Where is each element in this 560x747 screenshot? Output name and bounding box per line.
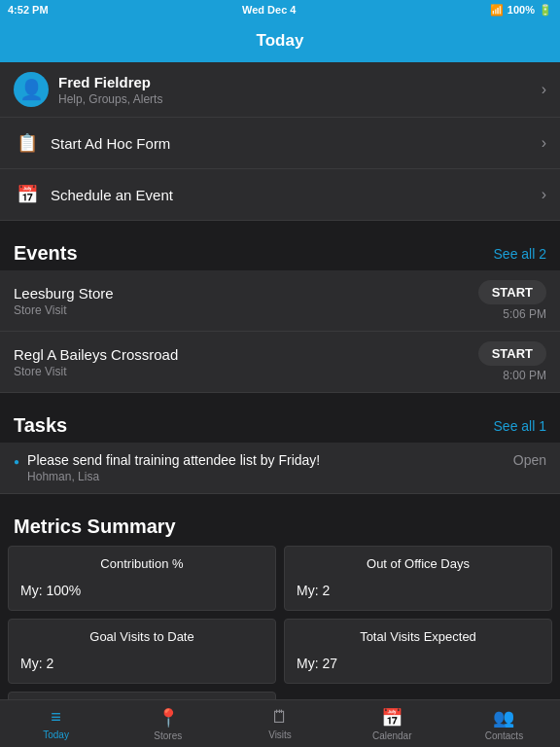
event-time-1: 8:00 PM <box>503 369 546 382</box>
metric-card-0: Contribution % My: 100% <box>8 546 276 611</box>
tasks-see-all[interactable]: See all 1 <box>494 418 546 434</box>
metric-label-0: Contribution % <box>20 556 263 571</box>
avatar: 👤 <box>14 72 49 107</box>
divider <box>0 221 560 229</box>
contacts-icon: 👥 <box>493 707 514 729</box>
status-bar: 4:52 PM Wed Dec 4 📶 100% 🔋 <box>0 0 560 19</box>
event-type-0: Store Visit <box>14 303 478 317</box>
task-title-0: Please send final training attendee list… <box>27 452 513 468</box>
metric-card-3: Total Visits Expected My: 27 <box>284 619 552 684</box>
schedule-label: Schedule an Event <box>51 187 542 203</box>
adhoc-icon: 📋 <box>14 129 41 157</box>
metric-label-3: Total Visits Expected <box>297 629 540 644</box>
battery-icon: 🔋 <box>539 4 552 17</box>
today-icon: ≡ <box>51 707 61 728</box>
tab-calendar-label: Calendar <box>372 730 412 741</box>
visits-icon: 🗒 <box>271 707 289 728</box>
task-info-0: Please send final training attendee list… <box>27 452 513 483</box>
event-info-1: Regl A Baileys Crossroad Store Visit <box>14 346 478 378</box>
event-start-button-0[interactable]: START <box>478 280 546 304</box>
tab-stores-label: Stores <box>154 730 182 741</box>
tab-visits[interactable]: 🗒 Visits <box>224 707 335 740</box>
tab-visits-label: Visits <box>268 729 292 740</box>
tab-bar: ≡ Today 📍 Stores 🗒 Visits 📅 Calendar 👥 C… <box>0 699 560 747</box>
start-adhoc-row[interactable]: 📋 Start Ad Hoc Form › <box>0 118 560 169</box>
events-see-all[interactable]: See all 2 <box>494 246 546 262</box>
profile-subtitle: Help, Groups, Alerts <box>58 92 542 106</box>
tab-calendar[interactable]: 📅 Calendar <box>336 707 448 741</box>
event-type-1: Store Visit <box>14 365 478 378</box>
metric-value-1: My: 2 <box>297 583 540 598</box>
divider <box>0 494 560 502</box>
metric-label-1: Out of Office Days <box>297 556 540 571</box>
chevron-right-icon: › <box>542 81 546 98</box>
metrics-grid: Contribution % My: 100% Out of Office Da… <box>0 546 560 699</box>
profile-name: Fred Fieldrep <box>58 74 542 90</box>
schedule-icon: 📅 <box>14 181 41 208</box>
metric-value-0: My: 100% <box>20 583 263 598</box>
event-info-0: Leesburg Store Store Visit <box>14 285 478 317</box>
tab-today[interactable]: ≡ Today <box>0 707 112 740</box>
tab-contacts-label: Contacts <box>485 730 523 741</box>
metric-value-3: My: 27 <box>297 656 540 671</box>
content-area: 👤 Fred Fieldrep Help, Groups, Alerts › 📋… <box>0 62 560 699</box>
adhoc-label: Start Ad Hoc Form <box>51 135 542 152</box>
chevron-right-icon: › <box>542 134 546 152</box>
event-start-button-1[interactable]: START <box>478 341 546 366</box>
event-right-1: START 8:00 PM <box>478 341 546 382</box>
task-status-0: Open <box>513 452 546 468</box>
tab-today-label: Today <box>43 729 69 740</box>
calendar-icon: 📅 <box>381 707 402 729</box>
metrics-header: Metrics Summary <box>0 502 560 546</box>
metric-value-2: My: 2 <box>20 656 263 671</box>
tab-contacts[interactable]: 👥 Contacts <box>448 707 560 741</box>
task-dot-icon: ● <box>14 456 19 467</box>
tab-stores[interactable]: 📍 Stores <box>112 707 224 741</box>
metric-card-2: Goal Visits to Date My: 2 <box>8 619 276 684</box>
metric-card-1: Out of Office Days My: 2 <box>284 546 552 611</box>
event-time-0: 5:06 PM <box>503 307 546 321</box>
profile-row[interactable]: 👤 Fred Fieldrep Help, Groups, Alerts › <box>0 62 560 118</box>
battery-label: 100% <box>508 4 535 16</box>
profile-info: Fred Fieldrep Help, Groups, Alerts <box>58 74 542 106</box>
status-time-date: 4:52 PM <box>8 4 49 16</box>
metrics-title: Metrics Summary <box>14 516 176 537</box>
metric-label-2: Goal Visits to Date <box>20 629 263 644</box>
event-name-0: Leesburg Store <box>14 285 478 302</box>
chevron-right-icon: › <box>542 186 546 203</box>
event-right-0: START 5:06 PM <box>478 280 546 321</box>
events-section-header: Events See all 2 <box>0 229 560 270</box>
event-item-0[interactable]: Leesburg Store Store Visit START 5:06 PM <box>0 270 560 332</box>
event-name-1: Regl A Baileys Crossroad <box>14 346 478 363</box>
metric-card-4: Actual Qualified Visits My: 2 <box>8 692 276 699</box>
wifi-icon: 📶 <box>490 4 504 17</box>
stores-icon: 📍 <box>158 707 179 729</box>
status-date: Wed Dec 4 <box>242 4 296 16</box>
task-item-0[interactable]: ● Please send final training attendee li… <box>0 443 560 494</box>
events-title: Events <box>14 242 78 265</box>
nav-title: Today <box>257 31 304 51</box>
tasks-section-header: Tasks See all 1 <box>0 401 560 443</box>
schedule-event-row[interactable]: 📅 Schedule an Event › <box>0 169 560 221</box>
task-assignee-0: Hohman, Lisa <box>27 470 513 483</box>
divider <box>0 393 560 401</box>
event-item-1[interactable]: Regl A Baileys Crossroad Store Visit STA… <box>0 332 560 393</box>
nav-bar: Today <box>0 19 560 62</box>
tasks-title: Tasks <box>14 414 67 437</box>
